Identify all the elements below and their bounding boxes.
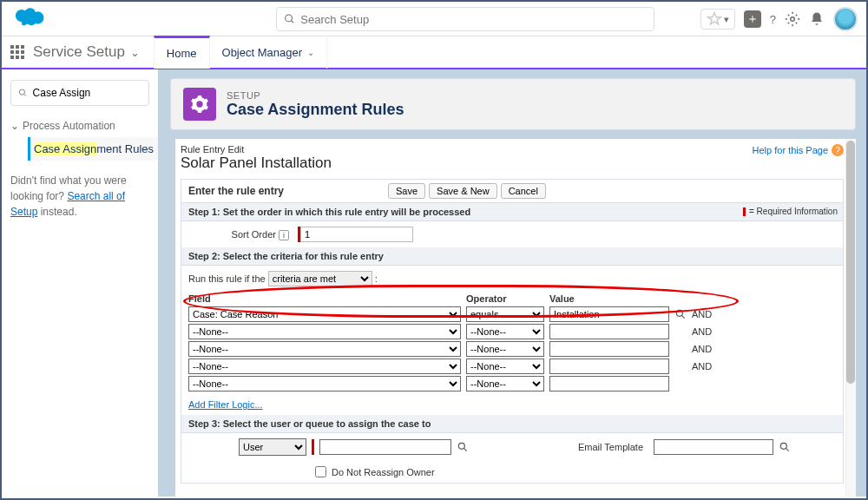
avatar[interactable]: [833, 7, 858, 31]
add-filter-logic-link[interactable]: Add Filter Logic...: [188, 399, 263, 410]
sort-order-row: Sort Order i: [181, 221, 843, 247]
help-icon[interactable]: ?: [770, 13, 776, 26]
assign-to-input[interactable]: [319, 439, 451, 455]
field-select[interactable]: --None--: [188, 341, 461, 357]
step-3-header: Step 3: Select the user or queue to assi…: [181, 415, 843, 433]
operator-select[interactable]: --None--: [466, 376, 544, 391]
criteria-row: --None-- --None-- AND: [188, 340, 717, 358]
svg-line-4: [24, 94, 26, 95]
panel-title: Enter the rule entry: [188, 185, 284, 197]
do-not-reassign-label: Do Not Reassign Owner: [332, 467, 435, 477]
svg-line-8: [464, 448, 467, 451]
value-input[interactable]: [549, 324, 669, 339]
criteria-row: Case: Case Reason equals AND: [188, 306, 717, 323]
svg-line-6: [681, 315, 685, 319]
app-chevron-icon[interactable]: ⌄: [130, 46, 140, 59]
criteria-table: Field Operator Value Case: Case Reason e…: [188, 292, 717, 392]
gear-icon: [190, 95, 209, 114]
header-utility-icons: ▾ ＋ ?: [700, 7, 858, 31]
col-field: Field: [188, 292, 466, 306]
tab-object-manager-label: Object Manager: [222, 46, 303, 59]
scrollbar-track[interactable]: [845, 139, 856, 497]
setup-gear-tile: [183, 88, 216, 121]
rule-entry-title: Solar Panel Installation: [181, 155, 844, 172]
sort-order-label: Sort Order i: [188, 229, 293, 240]
lookup-icon[interactable]: [674, 308, 687, 320]
operator-select[interactable]: equals: [466, 306, 544, 322]
operator-select[interactable]: --None--: [466, 359, 544, 374]
global-search-input[interactable]: [300, 13, 647, 26]
cancel-button[interactable]: Cancel: [501, 183, 546, 199]
value-input[interactable]: [549, 376, 669, 391]
info-icon[interactable]: i: [279, 230, 289, 240]
tab-home-label: Home: [167, 47, 197, 60]
criteria-row: --None-- --None--: [188, 375, 717, 392]
salesforce-logo: [12, 4, 45, 33]
svg-point-2: [791, 17, 795, 22]
field-select[interactable]: Case: Case Reason: [188, 306, 461, 322]
context-bar: Service Setup ⌄ Home Object Manager⌄: [2, 36, 866, 69]
quick-find-input[interactable]: [33, 87, 141, 99]
main-canvas: SETUP Case Assignment Rules Rule Entry E…: [158, 69, 866, 497]
breadcrumb: Rule Entry Edit: [181, 144, 244, 155]
bell-icon[interactable]: [809, 11, 825, 27]
operator-select[interactable]: --None--: [466, 341, 544, 357]
global-actions-button[interactable]: ＋: [744, 10, 761, 28]
star-icon: [707, 11, 722, 27]
quick-find[interactable]: [10, 80, 149, 106]
criteria-table-wrap: Field Operator Value Case: Case Reason e…: [188, 292, 836, 392]
help-icon: ?: [832, 144, 844, 156]
svg-point-3: [19, 89, 24, 95]
tab-home[interactable]: Home: [154, 36, 210, 69]
page-title: Case Assignment Rules: [227, 101, 404, 119]
rule-entry-panel: Enter the rule entry Save Save & New Can…: [181, 179, 844, 484]
help-for-page-link[interactable]: Help for this Page ?: [753, 144, 844, 156]
field-select[interactable]: --None--: [188, 324, 461, 339]
sidebar-item-suffix: ment Rules: [96, 142, 154, 155]
assign-type-select[interactable]: User: [239, 438, 306, 456]
sidebar-item-case-assignment-rules[interactable]: Case Assignment Rules: [28, 137, 158, 161]
step-3-body: User Email Template Do Not Reassign Owne…: [181, 433, 843, 483]
value-input[interactable]: [549, 359, 669, 374]
do-not-reassign-checkbox[interactable]: [315, 466, 326, 477]
field-select[interactable]: --None--: [188, 359, 461, 374]
save-new-button[interactable]: Save & New: [429, 183, 497, 199]
tab-object-manager[interactable]: Object Manager⌄: [210, 36, 328, 69]
global-search[interactable]: [276, 7, 654, 31]
email-template-input[interactable]: [654, 439, 773, 455]
operator-select[interactable]: --None--: [466, 324, 544, 339]
gear-icon[interactable]: [785, 11, 800, 27]
search-icon: [284, 13, 295, 25]
run-rule-line: Run this rule if the criteria are met :: [188, 271, 836, 286]
app-name: Service Setup: [33, 43, 125, 61]
value-input[interactable]: [549, 341, 669, 357]
lookup-icon[interactable]: [457, 441, 469, 453]
sidebar-match-highlight: Case Assign: [34, 142, 96, 155]
criteria-row: --None-- --None-- AND: [188, 358, 717, 375]
global-header: ▾ ＋ ?: [2, 2, 866, 36]
and-label: AND: [692, 358, 717, 375]
col-value: Value: [549, 292, 674, 306]
favorites-dropdown[interactable]: ▾: [700, 9, 735, 30]
value-input[interactable]: [549, 306, 669, 322]
chevron-down-icon: ⌄: [307, 48, 314, 57]
sidebar-notfound-text: Didn't find what you were looking for? S…: [10, 173, 158, 220]
required-info-legend: = Required Information: [743, 207, 838, 216]
app-launcher-icon[interactable]: [10, 45, 24, 59]
search-icon: [18, 88, 28, 98]
col-operator: Operator: [466, 292, 549, 306]
run-rule-mode-select[interactable]: criteria are met: [268, 271, 372, 286]
required-mark: [312, 439, 314, 455]
email-template-label: Email Template: [578, 442, 643, 452]
and-label: AND: [692, 306, 717, 323]
lookup-icon[interactable]: [779, 441, 791, 453]
classic-iframe-wrap: Rule Entry Edit Help for this Page ? Sol…: [175, 139, 856, 497]
field-select[interactable]: --None--: [188, 376, 461, 391]
and-label: AND: [692, 340, 717, 358]
sort-order-input[interactable]: [300, 227, 413, 242]
page-kicker: SETUP: [227, 90, 404, 101]
save-button[interactable]: Save: [388, 183, 425, 199]
scrollbar-thumb[interactable]: [846, 141, 855, 384]
svg-point-0: [286, 15, 293, 22]
sidebar-section-process-automation[interactable]: ⌄ Process Automation: [10, 120, 158, 132]
